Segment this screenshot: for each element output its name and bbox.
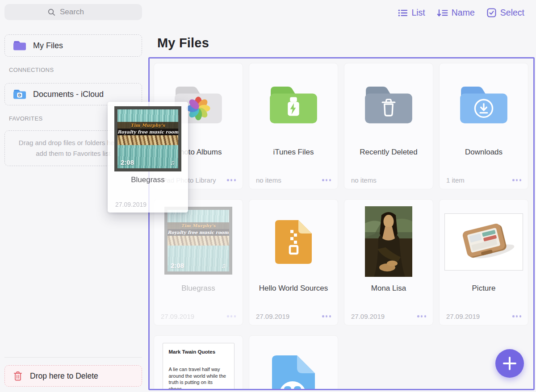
more-icon[interactable] xyxy=(226,313,237,319)
file-subtitle: no items xyxy=(351,176,377,184)
file-name: Recently Deleted xyxy=(347,148,430,157)
picture-thumbnail xyxy=(444,213,523,271)
file-name: Mona Lisa xyxy=(347,284,430,293)
file-name: Picture xyxy=(442,284,525,293)
file-grid-drop-target[interactable]: Photo Albums iPad Photo Library iTunes F… xyxy=(148,57,535,390)
drag-preview-bluegrass: Tim Murphy's Royalty free music room.com… xyxy=(108,102,188,213)
album-art-credit: Tim Murphy's xyxy=(117,122,178,129)
view-toolbar: List Name Select xyxy=(398,8,524,18)
drag-preview-title: Bluegrass xyxy=(108,175,188,184)
download-folder-icon xyxy=(457,84,510,126)
document-preview: Mark Twain Quotes A lie can travel half … xyxy=(163,343,234,390)
duration-badge: 2:08 xyxy=(121,158,134,166)
album-art: Tim Murphy's Royalty free music room.com… xyxy=(164,207,232,275)
sidebar-item-my-files[interactable]: My Files xyxy=(4,34,142,57)
search-input[interactable] xyxy=(59,7,99,17)
file-card-picture[interactable]: Picture 27.09.2019 xyxy=(439,199,528,325)
folder-icon xyxy=(13,40,26,51)
connections-header: CONNECTIONS xyxy=(9,67,54,73)
file-subtitle: 1 item xyxy=(446,176,465,184)
page-title: My Files xyxy=(157,36,209,50)
video-file-icon xyxy=(272,354,315,390)
document-title: Mark Twain Quotes xyxy=(169,349,228,354)
mona-lisa-thumbnail xyxy=(365,206,412,277)
trash-folder-icon xyxy=(362,84,415,126)
divider xyxy=(4,357,142,358)
album-art-credit: Tim Murphy's xyxy=(168,222,229,229)
sidebar-item-label: Documents - iCloud xyxy=(33,90,104,99)
trash-icon xyxy=(13,371,23,381)
album-art-title: Royalty free music room.com xyxy=(117,129,178,135)
file-name: Bluegrass xyxy=(157,284,240,293)
search-bar[interactable] xyxy=(4,4,142,20)
album-art-guitar-strip xyxy=(168,236,229,246)
album-art-guitar-strip xyxy=(117,135,178,145)
more-icon[interactable] xyxy=(321,313,332,319)
music-note-icon xyxy=(170,158,175,167)
file-card-bluegrass-ghost[interactable]: Tim Murphy's Royalty free music room.com… xyxy=(154,199,243,325)
sort-by-name-label: Name xyxy=(452,8,475,18)
drag-preview-date: 27.09.2019 xyxy=(115,201,147,208)
file-subtitle: 27.09.2019 xyxy=(256,313,289,320)
album-art-title: Royalty free music room.com xyxy=(168,229,229,236)
duration-badge: 2:08 xyxy=(171,262,184,269)
favorites-header: FAVORITES xyxy=(9,115,43,122)
checkbox-icon xyxy=(486,8,497,18)
more-icon[interactable] xyxy=(511,177,522,183)
file-name: Downloads xyxy=(442,148,525,157)
delete-dropzone-label: Drop here to Delete xyxy=(30,371,98,381)
usb-folder-icon xyxy=(267,84,320,126)
search-icon xyxy=(47,8,56,17)
file-subtitle: 27.09.2019 xyxy=(446,313,480,320)
documents-badge-letter: D xyxy=(18,93,21,97)
sort-by-name-button[interactable]: Name xyxy=(437,8,475,18)
more-icon[interactable] xyxy=(321,177,332,183)
sidebar-item-label: My Files xyxy=(33,41,63,50)
list-view-button[interactable]: List xyxy=(398,8,425,18)
file-card-downloads[interactable]: Downloads 1 item xyxy=(439,63,528,189)
file-card-hello-world-sources[interactable]: Hello World Sources 27.09.2019 xyxy=(249,199,338,325)
select-label: Select xyxy=(500,8,524,18)
more-icon[interactable] xyxy=(416,313,427,319)
file-subtitle: 27.09.2019 xyxy=(161,313,194,320)
delete-dropzone[interactable]: Drop here to Delete xyxy=(4,365,142,387)
document-body: A lie can travel half way around the wor… xyxy=(169,366,228,390)
file-card-recently-deleted[interactable]: Recently Deleted no items xyxy=(344,63,433,189)
file-name: iTunes Files xyxy=(252,148,335,157)
list-icon xyxy=(398,8,408,18)
add-button[interactable] xyxy=(495,349,524,378)
album-art: Tim Murphy's Royalty free music room.com… xyxy=(114,106,181,171)
more-icon[interactable] xyxy=(511,313,522,319)
file-card-itunes-files[interactable]: iTunes Files no items xyxy=(249,63,338,189)
select-button[interactable]: Select xyxy=(486,8,524,18)
file-card-mark-twain-quotes[interactable]: Mark Twain Quotes A lie can travel half … xyxy=(154,335,243,390)
file-subtitle: no items xyxy=(256,176,281,184)
more-icon[interactable] xyxy=(226,177,237,183)
file-card-mona-lisa[interactable]: Mona Lisa 27.09.2019 xyxy=(344,199,433,325)
file-name: Hello World Sources xyxy=(252,284,335,293)
zip-file-icon xyxy=(275,218,312,266)
file-card-video[interactable] xyxy=(249,335,338,390)
list-view-label: List xyxy=(411,8,425,18)
file-subtitle: 27.09.2019 xyxy=(351,313,385,320)
icloud-folder-icon: D xyxy=(13,89,26,100)
music-note-icon xyxy=(221,262,226,270)
sort-descending-icon xyxy=(437,8,448,18)
